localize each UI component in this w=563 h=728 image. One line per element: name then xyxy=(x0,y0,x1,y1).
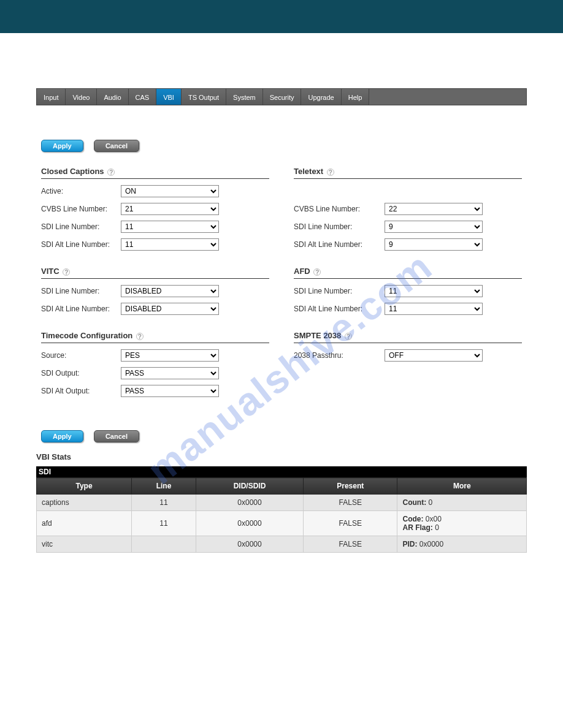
select-tc-source[interactable]: PES xyxy=(121,349,219,362)
section-title-timecode: Timecode Configuration xyxy=(41,331,132,340)
table-cell: 11 xyxy=(132,495,196,511)
section-teletext: Teletext ? CVBS Line Number: 22 SDI Line… xyxy=(294,167,522,251)
label-tt-sdi-alt-line: SDI Alt Line Number: xyxy=(294,240,385,249)
nav-tab-input[interactable]: Input xyxy=(37,89,66,105)
nav-tab-upgrade[interactable]: Upgrade xyxy=(301,89,341,105)
stats-header-present: Present xyxy=(304,478,397,495)
section-vitc: VITC ? SDI Line Number: DISABLED SDI Alt… xyxy=(41,267,269,315)
select-cc-sdi-alt-line[interactable]: 11 xyxy=(121,238,219,251)
label-tt-cvbs-line: CVBS Line Number: xyxy=(294,205,385,213)
button-row-top: Apply Cancel xyxy=(41,140,527,152)
cancel-button[interactable]: Cancel xyxy=(94,430,139,442)
table-cell xyxy=(132,536,196,553)
label-afd-sdi-line: SDI Line Number: xyxy=(294,287,385,295)
select-tc-sdi-alt-output[interactable]: PASS xyxy=(121,385,219,397)
label-tc-sdi-output: SDI Output: xyxy=(41,369,121,377)
nav-tab-cas[interactable]: CAS xyxy=(129,89,157,105)
stats-table-caption: SDI xyxy=(36,466,527,477)
table-cell: afd xyxy=(37,511,132,536)
select-afd-sdi-line[interactable]: 11 xyxy=(385,285,483,297)
label-cc-cvbs-line: CVBS Line Number: xyxy=(41,205,121,213)
main-nav: Input Video Audio CAS VBI TS Output Syst… xyxy=(36,88,527,105)
table-cell: 0x0000 xyxy=(196,536,303,553)
select-2038-passthru[interactable]: OFF xyxy=(385,349,483,362)
label-vitc-sdi-alt-line: SDI Alt Line Number: xyxy=(41,305,121,313)
select-vitc-sdi-line[interactable]: DISABLED xyxy=(121,285,219,297)
table-cell: 0x0000 xyxy=(196,511,303,536)
section-title-closed-captions: Closed Captions xyxy=(41,167,104,176)
stats-table: Type Line DID/SDID Present More captions… xyxy=(36,477,527,553)
select-cc-cvbs-line[interactable]: 21 xyxy=(121,203,219,215)
apply-button[interactable]: Apply xyxy=(41,430,83,442)
select-tt-sdi-line[interactable]: 9 xyxy=(385,221,483,233)
nav-tab-ts-output[interactable]: TS Output xyxy=(182,89,226,105)
label-cc-sdi-alt-line: SDI Alt Line Number: xyxy=(41,240,121,249)
help-icon[interactable]: ? xyxy=(63,268,70,276)
section-title-teletext: Teletext xyxy=(294,167,323,176)
apply-button[interactable]: Apply xyxy=(41,140,83,152)
stats-header-didsdid: DID/SDID xyxy=(196,478,303,495)
label-tc-sdi-alt-output: SDI Alt Output: xyxy=(41,387,121,395)
top-bar xyxy=(0,0,563,33)
section-title-vitc: VITC xyxy=(41,267,59,276)
help-icon[interactable]: ? xyxy=(136,333,144,340)
table-cell-more: Count: 0 xyxy=(397,495,527,511)
section-afd: AFD ? SDI Line Number: 11 SDI Alt Line N… xyxy=(294,267,522,315)
label-tt-sdi-line: SDI Line Number: xyxy=(294,222,385,231)
label-2038-passthru: 2038 Passthru: xyxy=(294,351,385,360)
section-timecode: Timecode Configuration ? Source: PES SDI… xyxy=(41,331,269,397)
table-cell: vitc xyxy=(37,536,132,553)
button-row-bottom: Apply Cancel xyxy=(41,430,527,442)
table-cell-more: PID: 0x0000 xyxy=(397,536,527,553)
nav-tab-security[interactable]: Security xyxy=(263,89,302,105)
select-tt-sdi-alt-line[interactable]: 9 xyxy=(385,238,483,251)
section-closed-captions: Closed Captions ? Active: ON CVBS Line N… xyxy=(41,167,269,251)
table-cell-more: Code: 0x00AR Flag: 0 xyxy=(397,511,527,536)
section-title-afd: AFD xyxy=(294,267,310,276)
help-icon[interactable]: ? xyxy=(327,169,334,176)
table-row: afd110x0000FALSECode: 0x00AR Flag: 0 xyxy=(37,511,527,536)
help-icon[interactable]: ? xyxy=(107,169,115,176)
select-cc-active[interactable]: ON xyxy=(121,185,219,197)
label-vitc-sdi-line: SDI Line Number: xyxy=(41,287,121,295)
table-row: captions110x0000FALSECount: 0 xyxy=(37,495,527,511)
label-tc-source: Source: xyxy=(41,351,121,360)
table-cell: 11 xyxy=(132,511,196,536)
label-cc-active: Active: xyxy=(41,187,121,195)
nav-tab-vbi[interactable]: VBI xyxy=(156,89,182,105)
help-icon[interactable]: ? xyxy=(345,333,352,340)
help-icon[interactable]: ? xyxy=(313,268,321,276)
stats-header-line: Line xyxy=(132,478,196,495)
table-cell: captions xyxy=(37,495,132,511)
nav-tab-audio[interactable]: Audio xyxy=(97,89,128,105)
select-vitc-sdi-alt-line[interactable]: DISABLED xyxy=(121,303,219,315)
table-cell: FALSE xyxy=(304,536,397,553)
nav-tab-system[interactable]: System xyxy=(226,89,263,105)
nav-tab-video[interactable]: Video xyxy=(66,89,97,105)
stats-header-more: More xyxy=(397,478,527,495)
stats-title: VBI Stats xyxy=(36,452,527,461)
table-cell: FALSE xyxy=(304,511,397,536)
table-cell: FALSE xyxy=(304,495,397,511)
select-cc-sdi-line[interactable]: 11 xyxy=(121,221,219,233)
select-tc-sdi-output[interactable]: PASS xyxy=(121,367,219,379)
label-afd-sdi-alt-line: SDI Alt Line Number: xyxy=(294,305,385,313)
table-cell: 0x0000 xyxy=(196,495,303,511)
section-title-smpte-2038: SMPTE 2038 xyxy=(294,331,341,340)
select-afd-sdi-alt-line[interactable]: 11 xyxy=(385,303,483,315)
cancel-button[interactable]: Cancel xyxy=(94,140,139,152)
label-cc-sdi-line: SDI Line Number: xyxy=(41,222,121,231)
table-row: vitc0x0000FALSEPID: 0x0000 xyxy=(37,536,527,553)
nav-tab-help[interactable]: Help xyxy=(342,89,370,105)
section-smpte-2038: SMPTE 2038 ? 2038 Passthru: OFF xyxy=(294,331,522,362)
select-tt-cvbs-line[interactable]: 22 xyxy=(385,203,483,215)
stats-header-type: Type xyxy=(37,478,132,495)
